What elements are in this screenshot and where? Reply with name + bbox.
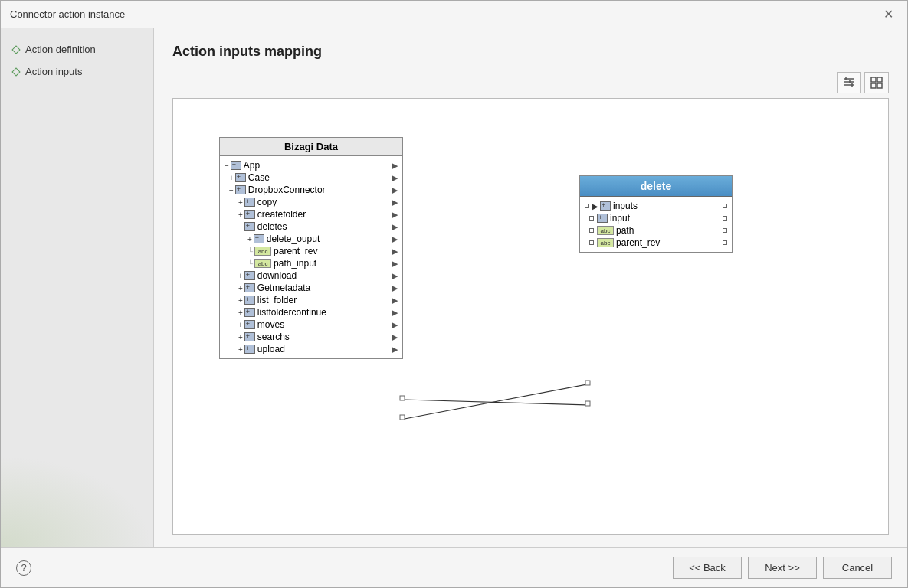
arrow-icon: ▶ [392, 161, 398, 171]
entity-icon [244, 271, 255, 280]
tree-item-upload[interactable]: + upload ▶ [223, 343, 399, 355]
expand-icon: + [238, 321, 243, 329]
tree-item-createfolder[interactable]: + createfolder ▶ [223, 208, 399, 220]
port-left-path [589, 228, 594, 233]
entity-icon [244, 332, 255, 341]
tree-item-deletes[interactable]: − deletes ▶ [223, 220, 399, 233]
sidebar-item-action-definition[interactable]: Action definition [13, 44, 141, 55]
svg-rect-12 [400, 396, 405, 400]
tree-item-listfoldercontinue[interactable]: + listfoldercontinue ▶ [223, 306, 399, 318]
delete-node-parent-rev[interactable]: abc parent_rev [583, 237, 729, 249]
entity-icon [244, 345, 255, 354]
tree-item-list-folder[interactable]: + list_folder ▶ [223, 294, 399, 306]
arrow-icon: ▶ [392, 198, 398, 207]
svg-rect-6 [871, 77, 876, 82]
delete-node-title: delete [580, 176, 732, 197]
tree-item-download[interactable]: + download ▶ [223, 270, 399, 282]
tree-item-searchs[interactable]: + searchs ▶ [223, 331, 399, 343]
tree-item-getmetadata[interactable]: + Getmetadata ▶ [223, 282, 399, 294]
delete-node: delete ▶ inputs [579, 175, 733, 253]
tree-item-app[interactable]: − App ▶ [223, 159, 399, 172]
node-label: listfoldercontinue [257, 307, 388, 318]
entity-icon [597, 214, 608, 223]
port-right-inputs [723, 204, 727, 208]
node-label: deletes [257, 221, 388, 232]
arrow-icon: ▶ [392, 296, 398, 305]
expand-icon: + [229, 174, 234, 182]
footer-right: << Back Next >> Cancel [673, 557, 892, 579]
tree-item-path-input[interactable]: └ abc path_input ▶ [223, 257, 399, 270]
node-label: parent_rev [274, 246, 388, 256]
node-label: download [257, 270, 388, 281]
expand-icon: + [238, 345, 243, 354]
next-button[interactable]: Next >> [748, 557, 817, 579]
svg-rect-7 [877, 77, 882, 82]
arrow-icon: ▶ [392, 222, 398, 232]
node-label: path [616, 225, 723, 236]
tree-item-parent-rev[interactable]: └ abc parent_rev ▶ [223, 245, 399, 257]
expand-icon: + [238, 272, 243, 280]
node-label: parent_rev [616, 237, 723, 248]
node-label: Getmetadata [257, 283, 388, 293]
delete-node-input[interactable]: input [583, 212, 729, 224]
entity-icon [244, 296, 255, 305]
node-label: inputs [613, 201, 723, 211]
tree-item-copy[interactable]: + copy ▶ [223, 196, 399, 208]
tree-body: − App ▶ + Case ▶ [220, 156, 402, 358]
abc-icon: abc [597, 226, 614, 235]
abc-icon: abc [597, 238, 614, 247]
help-button[interactable]: ? [16, 560, 31, 576]
node-label: App [244, 160, 388, 171]
port-right-parent-rev [723, 240, 727, 245]
arrow-icon: ▶ [392, 283, 398, 293]
tree-item-dropboxconnector[interactable]: − DropboxConnector ▶ [223, 184, 399, 196]
title-bar: Connector action instance ✕ [1, 1, 907, 28]
arrow-icon: ▶ [392, 247, 398, 256]
layout-button[interactable] [864, 72, 889, 93]
entity-icon [244, 210, 255, 219]
svg-line-10 [405, 400, 587, 405]
back-button[interactable]: << Back [673, 557, 742, 579]
entity-icon [244, 222, 255, 231]
dialog-title: Connector action instance [10, 8, 125, 20]
delete-node-inputs[interactable]: ▶ inputs [583, 200, 729, 212]
entity-icon [235, 185, 246, 194]
sidebar-item-action-inputs[interactable]: Action inputs [13, 66, 141, 77]
svg-rect-13 [400, 415, 405, 420]
svg-rect-8 [871, 83, 876, 88]
arrow-icon: ▶ [392, 173, 398, 183]
tree-item-case[interactable]: + Case ▶ [223, 172, 399, 184]
node-label: upload [257, 344, 388, 354]
node-label: searchs [257, 332, 388, 342]
filter-button[interactable] [837, 72, 861, 93]
arrow-icon: ▶ [392, 234, 398, 244]
main-content: Action inputs mapping [154, 28, 907, 547]
expand-icon: − [229, 186, 234, 194]
node-label: path_input [274, 258, 388, 269]
expand-icon: − [225, 162, 229, 170]
delete-node-path[interactable]: abc path [583, 224, 729, 237]
entity-icon [244, 283, 255, 292]
entity-icon [254, 234, 264, 243]
entity-icon [244, 198, 255, 207]
port-left-inputs [585, 204, 589, 208]
expand-icon: └ [247, 247, 253, 256]
tree-item-moves[interactable]: + moves ▶ [223, 318, 399, 331]
arrow-icon: ▶ [392, 332, 398, 342]
node-label: list_folder [257, 295, 388, 305]
entity-icon [244, 320, 255, 329]
expand-icon: − [238, 223, 243, 231]
tree-item-delete-ouput[interactable]: + delete_ouput ▶ [223, 233, 399, 245]
arrow-icon: ▶ [392, 345, 398, 354]
node-label: copy [257, 197, 388, 207]
expand-icon: + [238, 211, 243, 219]
arrow-icon: ▶ [392, 210, 398, 220]
close-button[interactable]: ✕ [879, 7, 898, 22]
cancel-button[interactable]: Cancel [823, 557, 892, 579]
expand-icon: ▶ [592, 202, 598, 211]
page-title: Action inputs mapping [172, 44, 889, 60]
expand-icon: + [238, 309, 243, 317]
abc-icon: abc [254, 259, 271, 268]
arrow-icon: ▶ [392, 308, 398, 318]
port-right-input [723, 216, 727, 220]
